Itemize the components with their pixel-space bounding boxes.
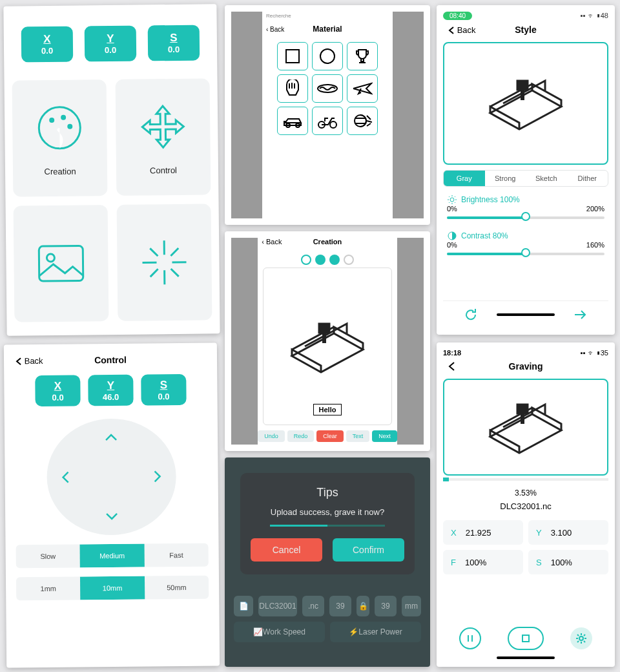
machine-preview xyxy=(285,311,369,382)
brightness-icon xyxy=(447,194,457,205)
stop-button[interactable] xyxy=(508,627,544,650)
lock-icon[interactable]: 🔒 xyxy=(356,596,369,616)
cancel-button[interactable]: Cancel xyxy=(251,538,322,562)
coord-s[interactable]: S0.0 xyxy=(141,374,186,406)
num1: 39 xyxy=(329,596,351,616)
text-box[interactable]: Hello xyxy=(313,404,342,415)
creation-panel: ‹ BackCreation Hello Undo Redo Clear Tex… xyxy=(225,231,430,451)
progress-bar xyxy=(443,478,608,481)
coord-y[interactable]: Y0.0 xyxy=(85,26,137,62)
control-panel: Back Control X0.0 Y46.0 S0.0 Slow Medium… xyxy=(4,343,220,668)
next-button[interactable]: Next xyxy=(372,430,397,442)
dpad-down[interactable] xyxy=(97,501,127,531)
svg-point-6 xyxy=(46,254,54,262)
back-button[interactable]: ‹ Back xyxy=(262,238,282,246)
dpad-left[interactable] xyxy=(50,462,80,492)
dialog-message: Upload success, grave it now? xyxy=(251,507,404,517)
tool-empty-icon[interactable] xyxy=(344,255,354,265)
next-button[interactable] xyxy=(572,306,589,323)
material-glove[interactable] xyxy=(277,74,308,103)
style-panel: 08:40 ▪▪ ᯤ ▮48 Back Style Gray Strong Sk… xyxy=(437,5,615,335)
tool-picker[interactable] xyxy=(258,255,397,265)
svg-point-4 xyxy=(67,123,72,129)
material-plane[interactable] xyxy=(347,74,378,103)
creation-tile[interactable]: Creation xyxy=(12,79,108,197)
back-button[interactable] xyxy=(448,362,456,372)
pause-button[interactable] xyxy=(459,627,481,649)
speed-fast[interactable]: Fast xyxy=(144,543,209,567)
back-button[interactable]: Back xyxy=(16,355,43,365)
tool-shape-icon[interactable] xyxy=(301,255,311,265)
svg-rect-7 xyxy=(286,50,299,63)
home-panel: X0.0 Y0.0 S0.0 Creation Control xyxy=(3,4,220,335)
dialog-divider xyxy=(270,525,385,527)
dialog-title: Tips xyxy=(251,486,404,499)
contrast-slider[interactable]: Contrast 80% 0%160% xyxy=(443,231,608,259)
step-50mm[interactable]: 50mm xyxy=(145,576,209,600)
coord-s: S100% xyxy=(528,550,608,574)
settings-button[interactable] xyxy=(570,627,592,649)
sparkle-icon xyxy=(137,235,192,290)
work-speed[interactable]: 📈 Work Speed xyxy=(234,622,325,642)
breadcrumb: Recherche xyxy=(266,13,389,19)
style-tabs[interactable]: Gray Strong Sketch Dither xyxy=(443,170,608,187)
control-tile[interactable]: Control xyxy=(116,78,211,196)
confirm-button[interactable]: Confirm xyxy=(333,538,404,562)
speed-medium[interactable]: Medium xyxy=(80,544,145,568)
dpad xyxy=(46,418,177,536)
tool-fill-icon[interactable] xyxy=(329,255,340,265)
step-segmented[interactable]: 1mm 10mm 50mm xyxy=(16,576,209,601)
image-icon xyxy=(34,240,88,286)
undo-button[interactable]: Undo xyxy=(258,430,285,442)
status-time: 08:40 xyxy=(443,12,472,20)
palette-icon xyxy=(32,100,87,155)
tips-panel: 📄 DLC32001 .nc 39 🔒 39 mm 📈 Work Speed ⚡… xyxy=(225,457,430,667)
file-icon: 📄 xyxy=(234,596,253,616)
coord-s[interactable]: S0.0 xyxy=(148,25,200,61)
step-10mm[interactable]: 10mm xyxy=(80,576,145,600)
unit: mm xyxy=(402,596,421,616)
coord-x[interactable]: X0.0 xyxy=(35,375,80,406)
material-square[interactable] xyxy=(277,42,308,70)
text-button[interactable]: Text xyxy=(346,430,370,442)
laser-power[interactable]: ⚡ Laser Power xyxy=(330,622,421,642)
speed-slow[interactable]: Slow xyxy=(16,544,81,568)
status-icons: ▪▪ ᯤ ▮48 xyxy=(581,12,608,20)
canvas[interactable]: Hello xyxy=(263,268,392,425)
material-car[interactable] xyxy=(277,107,308,135)
material-trophy[interactable] xyxy=(347,42,378,70)
coord-y[interactable]: Y46.0 xyxy=(88,375,133,406)
laser-tile[interactable] xyxy=(117,204,212,321)
material-ball[interactable] xyxy=(347,107,378,135)
tab-dither[interactable]: Dither xyxy=(567,171,608,186)
status-time: 18:18 xyxy=(443,349,461,357)
refresh-button[interactable] xyxy=(462,306,479,323)
coord-y: Y3.100 xyxy=(528,520,608,545)
redo-button[interactable]: Redo xyxy=(287,430,315,442)
step-1mm[interactable]: 1mm xyxy=(16,576,81,600)
material-circle[interactable] xyxy=(312,42,343,70)
dpad-up[interactable] xyxy=(96,423,126,452)
page-title: Graving xyxy=(509,361,543,372)
tab-sketch[interactable]: Sketch xyxy=(526,171,567,186)
tool-pen-icon[interactable] xyxy=(315,255,326,265)
material-scooter[interactable] xyxy=(312,107,343,135)
material-hotdog[interactable] xyxy=(312,74,343,103)
coord-x: X21.925 xyxy=(443,520,523,545)
svg-rect-5 xyxy=(39,246,83,281)
back-button[interactable]: Back xyxy=(448,25,476,35)
svg-point-8 xyxy=(320,49,335,63)
back-button[interactable]: ‹ Back xyxy=(266,26,284,33)
coord-x[interactable]: X0.0 xyxy=(21,26,74,63)
image-tile[interactable] xyxy=(14,205,109,322)
tab-gray[interactable]: Gray xyxy=(444,171,485,186)
preview xyxy=(443,379,608,476)
dpad-right[interactable] xyxy=(142,461,172,491)
svg-point-13 xyxy=(330,121,336,128)
graving-panel: 18:18 ▪▪ ᯤ ▮35 Graving 3.53% DLC32001.nc… xyxy=(437,342,615,667)
brightness-slider[interactable]: Brightness 100% 0%200% xyxy=(443,194,608,223)
speed-segmented[interactable]: Slow Medium Fast xyxy=(16,543,209,569)
clear-button[interactable]: Clear xyxy=(316,430,344,442)
tab-strong[interactable]: Strong xyxy=(485,171,526,186)
creation-label: Creation xyxy=(44,166,76,176)
